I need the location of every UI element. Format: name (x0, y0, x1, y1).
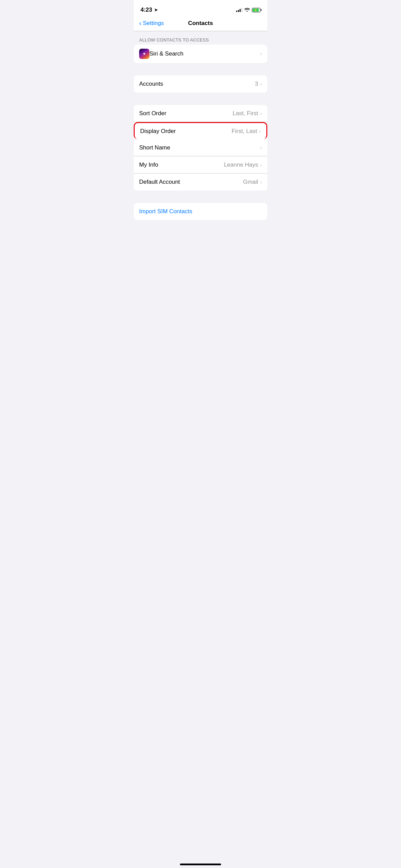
time-display: 4:23 (141, 7, 152, 13)
back-chevron-icon: ‹ (139, 19, 142, 27)
allow-contacts-header: ALLOW CONTACTS TO ACCESS (134, 31, 267, 45)
my-info-value: Leanne Hays (224, 161, 258, 168)
short-name-row[interactable]: Short Name › (134, 139, 267, 156)
display-order-label: Display Order (140, 128, 232, 135)
sort-order-row[interactable]: Sort Order Last, First › (134, 105, 267, 122)
back-button[interactable]: ‹ Settings (139, 20, 164, 27)
signal-strength (236, 8, 242, 12)
back-label: Settings (143, 20, 164, 27)
display-order-chevron-icon: › (259, 129, 261, 134)
siri-search-label: Siri & Search (149, 50, 260, 57)
short-name-label: Short Name (139, 144, 260, 151)
contacts-settings-group: Sort Order Last, First › Display Order F… (134, 105, 267, 191)
signal-bar-1 (236, 11, 237, 12)
import-sim-label: Import SIM Contacts (139, 208, 192, 215)
sort-order-value: Last, First (233, 110, 258, 117)
accounts-value: 3 (255, 81, 258, 87)
default-account-row[interactable]: Default Account Gmail › (134, 173, 267, 191)
accounts-chevron-icon: › (260, 81, 262, 87)
default-account-value: Gmail (243, 179, 258, 185)
default-account-label: Default Account (139, 179, 243, 185)
display-order-row[interactable]: Display Order First, Last › (134, 122, 267, 139)
sort-order-chevron-icon: › (260, 111, 262, 116)
spacer-2 (134, 93, 267, 105)
display-order-wrapper: Display Order First, Last › (134, 122, 267, 139)
charging-icon: ⚡ (254, 9, 257, 12)
default-account-chevron-icon: › (260, 179, 262, 185)
page-title: Contacts (188, 20, 213, 27)
signal-bar-4 (241, 8, 242, 12)
spacer-3 (134, 191, 267, 203)
allow-contacts-group: ✦ Siri & Search › (134, 45, 267, 63)
accounts-row[interactable]: Accounts 3 › (134, 75, 267, 93)
navigation-bar: ‹ Settings Contacts (134, 17, 267, 31)
display-order-value: First, Last (232, 128, 257, 135)
siri-chevron-icon: › (260, 51, 262, 57)
status-bar: 4:23 ➤ ⚡ (134, 0, 267, 17)
accounts-group: Accounts 3 › (134, 75, 267, 93)
my-info-row[interactable]: My Info Leanne Hays › (134, 156, 267, 173)
short-name-chevron-icon: › (260, 145, 262, 150)
my-info-chevron-icon: › (260, 162, 262, 168)
my-info-label: My Info (139, 161, 224, 168)
import-sim-row[interactable]: Import SIM Contacts (134, 203, 267, 220)
signal-bar-3 (240, 9, 241, 12)
battery-indicator: ⚡ (252, 8, 260, 12)
content-area: ALLOW CONTACTS TO ACCESS ✦ Siri & Search… (134, 31, 267, 316)
wifi-icon (244, 7, 250, 13)
signal-bar-2 (238, 10, 239, 12)
location-icon: ➤ (154, 8, 158, 12)
spacer-1 (134, 63, 267, 75)
status-icons: ⚡ (236, 7, 260, 13)
status-time: 4:23 ➤ (141, 7, 158, 13)
siri-icon: ✦ (139, 49, 149, 59)
bottom-spacer (134, 220, 267, 289)
accounts-label: Accounts (139, 81, 255, 87)
siri-search-row[interactable]: ✦ Siri & Search › (134, 45, 267, 63)
sort-order-label: Sort Order (139, 110, 233, 117)
import-sim-group: Import SIM Contacts (134, 203, 267, 220)
